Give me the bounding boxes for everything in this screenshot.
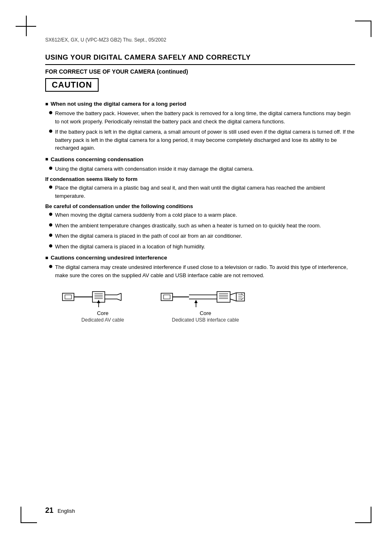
bullet-dot: ●: [48, 242, 53, 249]
header-meta: SX612/EX, GX, U (VPC-MZ3 GB2) Thu. Sept.…: [45, 37, 166, 43]
usb-cable-svg: [160, 286, 251, 308]
usb-cable-diagram: Core Dedicated USB interface cable: [160, 286, 251, 323]
svg-rect-15: [161, 293, 173, 301]
bullet-item: ● Remove the battery pack. However, when…: [45, 109, 355, 125]
usb-core-label: Core: [200, 310, 211, 316]
diagram-area: Core Dedicated AV cable: [45, 286, 355, 323]
bullet-dot: ●: [48, 183, 53, 190]
section-heading-1: When not using the digital camera for a …: [45, 101, 355, 107]
bullet-text: When the digital camera is placed in a l…: [55, 243, 355, 251]
corner-mark-tl: [16, 16, 36, 36]
corner-mark-tr: [355, 21, 371, 37]
bullet-text: Place the digital camera in a plastic ba…: [55, 184, 355, 200]
subtitle: FOR CORRECT USE OF YOUR CAMERA (continue…: [45, 68, 355, 75]
bullet-text: When moving the digital camera suddenly …: [55, 211, 355, 219]
bullet-dot: ●: [48, 262, 53, 270]
av-core-label: Core: [97, 310, 108, 316]
av-cable-desc: Dedicated AV cable: [81, 317, 124, 323]
svg-line-29: [230, 293, 236, 295]
av-cable-diagram: Core Dedicated AV cable: [62, 286, 144, 323]
bullet-item: ● Using the digital camera with condensa…: [45, 165, 355, 173]
page-number-area: 21 English: [45, 506, 75, 515]
svg-marker-9: [97, 300, 100, 303]
svg-line-13: [117, 299, 121, 301]
caution-box: CAUTION: [45, 78, 99, 92]
svg-line-30: [230, 299, 236, 301]
bullet-text: Using the digital camera with condensati…: [55, 165, 355, 173]
corner-mark-bl: [21, 507, 37, 523]
bullet-dot: ●: [48, 127, 53, 134]
sub-heading-condensation-conditions: Be careful of condensation under the fol…: [45, 203, 355, 209]
bullet-text: When the ambient temperature changes dra…: [55, 222, 355, 230]
bullet-text: If the battery pack is left in the digit…: [55, 128, 355, 152]
bullet-item: ● When the digital camera is placed in a…: [45, 243, 355, 251]
bullet-dot: ●: [48, 210, 53, 218]
corner-mark-br: [355, 507, 371, 523]
svg-marker-21: [194, 300, 198, 303]
section-heading-3: Cautions concerning undesired interferen…: [45, 255, 355, 261]
main-title: USING YOUR DIGITAL CAMERA SAFELY AND COR…: [45, 53, 355, 65]
section-heading-2: Cautions concerning condensation: [45, 156, 355, 162]
usb-cable-desc: Dedicated USB interface cable: [172, 317, 239, 323]
bullet-text: The digital camera may create undesired …: [55, 263, 355, 279]
page-number: 21: [45, 506, 53, 514]
bullet-item: ● When moving the digital camera suddenl…: [45, 211, 355, 219]
bullet-item: ● When the digital camera is placed in t…: [45, 232, 355, 240]
bullet-item: ● When the ambient temperature changes d…: [45, 222, 355, 230]
page: SX612/EX, GX, U (VPC-MZ3 GB2) Thu. Sept.…: [0, 0, 392, 556]
bullet-item: ● If the battery pack is left in the dig…: [45, 128, 355, 152]
bullet-text: When the digital camera is placed in the…: [55, 232, 355, 240]
bullet-dot: ●: [48, 164, 53, 171]
svg-rect-1: [65, 295, 71, 299]
svg-rect-16: [164, 295, 170, 299]
bullet-text: Remove the battery pack. However, when t…: [55, 109, 355, 125]
bullet-dot: ●: [48, 109, 53, 116]
bullet-item: ● Place the digital camera in a plastic …: [45, 184, 355, 200]
svg-line-12: [117, 293, 121, 295]
main-content: USING YOUR DIGITAL CAMERA SAFELY AND COR…: [45, 53, 355, 323]
sub-heading-condensation-form: If condensation seems likely to form: [45, 176, 355, 182]
av-cable-svg: [62, 286, 144, 308]
bullet-dot: ●: [48, 231, 53, 239]
page-lang: English: [58, 508, 75, 514]
bullet-item: ● The digital camera may create undesire…: [45, 263, 355, 279]
svg-rect-0: [62, 293, 74, 301]
bullet-dot: ●: [48, 221, 53, 228]
